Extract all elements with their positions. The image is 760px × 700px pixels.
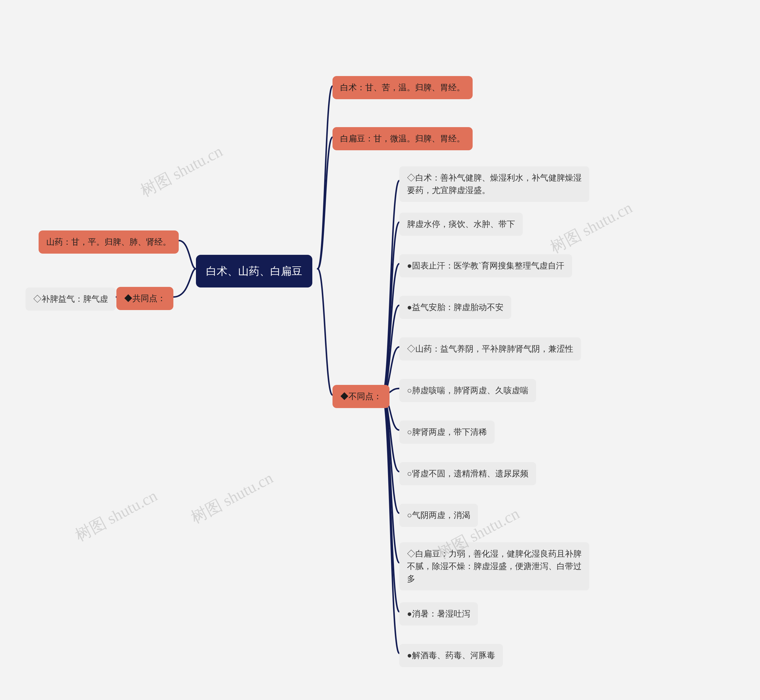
node-diff-label[interactable]: ◆不同点： [332,385,390,408]
node-common-label[interactable]: ◆共同点： [116,287,173,310]
node-common-detail[interactable]: ◇补脾益气：脾气虚 [25,288,116,311]
watermark: 树图 shutu.cn [72,485,161,547]
diff-item-4[interactable]: ◇山药：益气养阴，平补脾肺肾气阴，兼涩性 [399,338,581,361]
diff-item-10[interactable]: ●消暑：暑湿吐泻 [399,602,478,625]
diff-item-3[interactable]: ●益气安胎：脾虚胎动不安 [399,296,511,319]
diff-item-5[interactable]: ○肺虚咳喘，肺肾两虚、久咳虚喘 [399,379,536,402]
diff-item-2[interactable]: ●固表止汗：医学教`育网搜集整理气虚自汗 [399,254,572,277]
root-node[interactable]: 白术、山药、白扁豆 [196,255,312,288]
watermark: 树图 shutu.cn [546,197,636,258]
watermark: 树图 shutu.cn [187,467,277,529]
node-baibiandou[interactable]: 白扁豆：甘，微温。归脾、胃经。 [332,127,473,150]
diff-item-9[interactable]: ◇白扁豆：力弱，善化湿，健脾化湿良药且补脾不腻，除湿不燥：脾虚湿盛，便溏泄泻、白… [399,542,589,591]
node-shanyao[interactable]: 山药：甘，平。归脾、肺、肾经。 [39,230,179,254]
node-baizhu[interactable]: 白术：甘、苦，温。归脾、胃经。 [332,76,473,99]
watermark: 树图 shutu.cn [137,141,226,202]
diff-item-1[interactable]: 脾虚水停，痰饮、水肿、带下 [399,212,523,236]
diff-item-7[interactable]: ○肾虚不固，遗精滑精、遗尿尿频 [399,462,536,485]
diff-item-0[interactable]: ◇白术：善补气健脾、燥湿利水，补气健脾燥湿要药，尤宜脾虚湿盛。 [399,166,589,202]
diff-item-8[interactable]: ○气阴两虚，消渴 [399,504,478,527]
diff-item-6[interactable]: ○脾肾两虚，带下清稀 [399,420,495,444]
diff-item-11[interactable]: ●解酒毒、药毒、河豚毒 [399,644,503,667]
